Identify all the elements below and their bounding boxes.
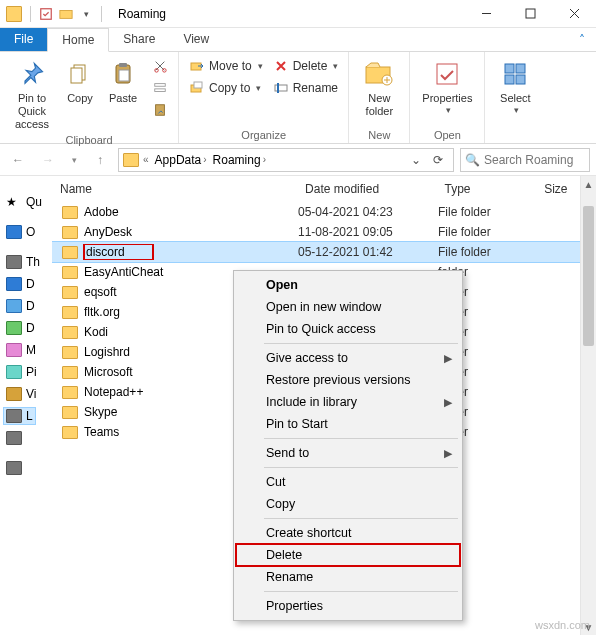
group-select: Select▾ bbox=[485, 52, 545, 143]
paste-shortcut-icon bbox=[152, 102, 168, 118]
ctx-pin-start[interactable]: Pin to Start bbox=[236, 413, 460, 435]
tab-home[interactable]: Home bbox=[47, 28, 109, 52]
scroll-thumb[interactable] bbox=[583, 206, 594, 346]
nav-pane[interactable]: ★Qu O Th D D D M Pi Vi L bbox=[0, 176, 52, 635]
svg-rect-16 bbox=[275, 85, 287, 91]
nav-row: ← → ▾ ↑ « AppData› Roaming› ⌄ ⟳ 🔍 Search… bbox=[0, 144, 596, 176]
file-name: Logishrd bbox=[84, 345, 130, 359]
tab-share[interactable]: Share bbox=[109, 28, 169, 51]
properties-label: Properties bbox=[422, 92, 472, 104]
delete-button[interactable]: Delete▾ bbox=[271, 56, 341, 76]
group-open-label: Open bbox=[418, 127, 476, 141]
sidebar-item[interactable]: Vi bbox=[4, 386, 38, 402]
ctx-create-shortcut[interactable]: Create shortcut bbox=[236, 522, 460, 544]
rename-button[interactable]: Rename bbox=[271, 78, 341, 98]
paste-shortcut-button[interactable] bbox=[150, 100, 170, 120]
col-date[interactable]: Date modified bbox=[297, 182, 436, 196]
qat-newfolder-icon[interactable] bbox=[59, 7, 73, 21]
refresh-button[interactable]: ⟳ bbox=[427, 149, 449, 171]
sidebar-item[interactable]: ★Qu bbox=[4, 194, 44, 210]
sidebar-item[interactable] bbox=[4, 430, 24, 446]
file-row[interactable]: AnyDesk11-08-2021 09:05File folder bbox=[52, 222, 596, 242]
ctx-include-library[interactable]: Include in library▶ bbox=[236, 391, 460, 413]
nav-forward-button[interactable]: → bbox=[36, 148, 60, 172]
new-folder-button[interactable]: New folder bbox=[357, 56, 401, 118]
properties-button[interactable]: Properties▾ bbox=[418, 56, 476, 116]
ctx-give-access[interactable]: Give access to▶ bbox=[236, 347, 460, 369]
file-name: EasyAntiCheat bbox=[84, 265, 163, 279]
folder-icon bbox=[62, 326, 78, 339]
sidebar-item[interactable]: Th bbox=[4, 254, 42, 270]
crumb-roaming[interactable]: Roaming› bbox=[211, 153, 268, 167]
ctx-cut[interactable]: Cut bbox=[236, 471, 460, 493]
ribbon-collapse-button[interactable]: ˄ bbox=[568, 28, 596, 51]
pin-quick-access-button[interactable]: Pin to Quick access bbox=[8, 56, 56, 132]
col-name[interactable]: Name bbox=[52, 182, 297, 196]
file-name: discord bbox=[84, 244, 153, 260]
ctx-restore-prev[interactable]: Restore previous versions bbox=[236, 369, 460, 391]
ctx-send-to[interactable]: Send to▶ bbox=[236, 442, 460, 464]
tab-view[interactable]: View bbox=[169, 28, 223, 51]
copy-to-button[interactable]: Copy to▾ bbox=[187, 78, 265, 98]
group-new-label: New bbox=[357, 127, 401, 141]
ctx-delete[interactable]: Delete bbox=[236, 544, 460, 566]
scroll-up-button[interactable]: ▲ bbox=[581, 176, 596, 192]
paste-label: Paste bbox=[109, 92, 137, 104]
sidebar-item[interactable]: Pi bbox=[4, 364, 39, 380]
crumb-appdata[interactable]: AppData› bbox=[153, 153, 209, 167]
address-bar[interactable]: « AppData› Roaming› ⌄ ⟳ bbox=[118, 148, 454, 172]
paste-button[interactable]: Paste bbox=[104, 56, 142, 105]
minimize-button[interactable] bbox=[464, 0, 508, 28]
chevron-right-icon: ▶ bbox=[444, 447, 452, 460]
svg-rect-4 bbox=[71, 68, 82, 83]
select-button[interactable]: Select▾ bbox=[493, 56, 537, 116]
sidebar-item[interactable]: D bbox=[4, 320, 37, 336]
column-headers[interactable]: Name Date modified Type Size bbox=[52, 176, 596, 202]
sidebar-item[interactable]: M bbox=[4, 342, 38, 358]
nav-up-button[interactable]: ↑ bbox=[88, 148, 112, 172]
qat-properties-icon[interactable] bbox=[39, 7, 53, 21]
tab-file[interactable]: File bbox=[0, 28, 47, 51]
crumb-prefix[interactable]: « bbox=[141, 154, 151, 165]
copy-path-button[interactable] bbox=[150, 78, 170, 98]
address-dropdown-button[interactable]: ⌄ bbox=[405, 149, 427, 171]
pin-icon bbox=[16, 58, 48, 90]
close-button[interactable] bbox=[552, 0, 596, 28]
svg-rect-7 bbox=[119, 70, 129, 81]
nav-history-button[interactable]: ▾ bbox=[66, 148, 82, 172]
watermark: wsxdn.com bbox=[535, 619, 590, 631]
maximize-button[interactable] bbox=[508, 0, 552, 28]
sidebar-item[interactable]: D bbox=[4, 276, 37, 292]
svg-rect-0 bbox=[41, 8, 52, 19]
ribbon-tabs: File Home Share View ˄ bbox=[0, 28, 596, 52]
folder-icon bbox=[6, 299, 22, 313]
copy-button[interactable]: Copy bbox=[62, 56, 98, 105]
folder-icon bbox=[62, 386, 78, 399]
file-row[interactable]: discord05-12-2021 01:42File folder bbox=[52, 242, 596, 262]
sidebar-item[interactable]: D bbox=[4, 298, 37, 314]
ctx-open[interactable]: Open bbox=[236, 274, 460, 296]
file-name: AnyDesk bbox=[84, 225, 132, 239]
file-name: Teams bbox=[84, 425, 119, 439]
file-row[interactable]: Adobe05-04-2021 04:23File folder bbox=[52, 202, 596, 222]
star-icon: ★ bbox=[6, 195, 22, 209]
search-icon: 🔍 bbox=[465, 153, 480, 167]
downloads-icon bbox=[6, 321, 22, 335]
ctx-open-new-window[interactable]: Open in new window bbox=[236, 296, 460, 318]
ctx-copy[interactable]: Copy bbox=[236, 493, 460, 515]
search-placeholder: Search Roaming bbox=[484, 153, 573, 167]
cut-button[interactable] bbox=[150, 56, 170, 76]
qat-dropdown-icon[interactable]: ▾ bbox=[79, 7, 93, 21]
folder-icon bbox=[62, 266, 78, 279]
search-box[interactable]: 🔍 Search Roaming bbox=[460, 148, 590, 172]
move-to-button[interactable]: Move to▾ bbox=[187, 56, 265, 76]
ctx-properties[interactable]: Properties bbox=[236, 595, 460, 617]
sidebar-item[interactable]: L bbox=[4, 408, 35, 424]
vertical-scrollbar[interactable]: ▲ ▼ bbox=[580, 176, 596, 635]
sidebar-item[interactable] bbox=[4, 460, 24, 476]
ctx-pin-quick[interactable]: Pin to Quick access bbox=[236, 318, 460, 340]
ctx-rename[interactable]: Rename bbox=[236, 566, 460, 588]
sidebar-item[interactable]: O bbox=[4, 224, 37, 240]
nav-back-button[interactable]: ← bbox=[6, 148, 30, 172]
col-type[interactable]: Type bbox=[437, 182, 537, 196]
